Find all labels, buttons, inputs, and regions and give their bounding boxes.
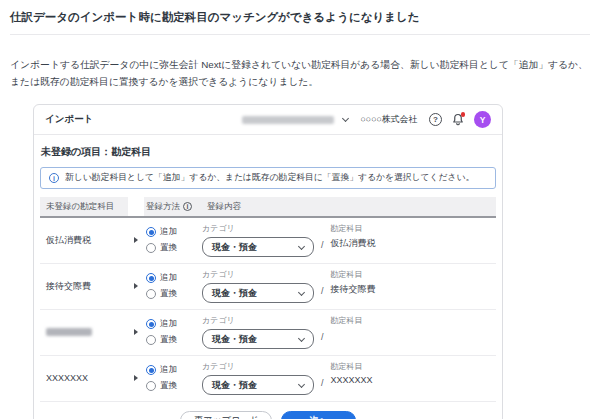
help-icon[interactable]: ?: [429, 113, 442, 126]
account-value: XXXXXXX: [331, 375, 373, 385]
arrow-right-icon: [134, 237, 138, 243]
notification-dot: [461, 112, 466, 117]
radio-label-replace: 置換: [160, 380, 177, 392]
category-select-value: 現金・預金: [212, 333, 257, 346]
notification-bell-icon[interactable]: [452, 113, 464, 126]
intro-paragraph: インポートする仕訳データの中に弥生会計 Nextに登録されていない勘定科目がある…: [10, 56, 590, 90]
import-screen-window: インポート ○○○○株式会社 ? Y 未登録の項目：勘定科目 i 新しい勘定科目…: [33, 104, 503, 419]
radio-option-replace[interactable]: 置換: [146, 380, 202, 392]
radio-selected-icon: [146, 273, 156, 283]
next-button[interactable]: 次へ: [281, 411, 355, 419]
intro-line-1: インポートする仕訳データの中に弥生会計 Nextに登録されていない勘定科目がある…: [10, 56, 590, 73]
radio-label-add: 追加: [160, 364, 177, 376]
title-divider: [10, 34, 590, 35]
chevron-down-icon: [298, 243, 305, 250]
table-row: 仮払消費税 追加 置換 カテゴリ 現金・預金 /: [40, 218, 496, 264]
account-label: 勘定科目: [331, 315, 363, 326]
chevron-down-icon: [298, 289, 305, 296]
chevron-down-icon: [298, 381, 305, 388]
radio-option-replace[interactable]: 置換: [146, 242, 202, 254]
reupload-button[interactable]: 再アップロード: [180, 411, 272, 419]
radio-selected-icon: [146, 365, 156, 375]
info-banner-text: 新しい勘定科目として「追加」するか、または既存の勘定科目に「置換」するかを選択し…: [65, 172, 474, 184]
table-row: 追加 置換 カテゴリ 現金・預金 / 勘定科目: [40, 310, 496, 356]
column-header-group: 登録方法 i 登録内容: [144, 197, 496, 216]
radio-label-add: 追加: [160, 272, 177, 284]
masked-fiscal-period-text: [242, 116, 334, 124]
radio-label-replace: 置換: [160, 288, 177, 300]
radio-option-add[interactable]: 追加: [146, 364, 202, 376]
radio-unselected-icon: [146, 335, 156, 345]
fiscal-period-selector[interactable]: [242, 116, 348, 124]
radio-label-replace: 置換: [160, 334, 177, 346]
button-row: 再アップロード 次へ: [40, 411, 496, 419]
slash-separator: /: [321, 332, 324, 342]
method-help-icon[interactable]: i: [183, 202, 192, 211]
arrow-right-icon: [134, 329, 138, 335]
radio-option-replace[interactable]: 置換: [146, 288, 202, 300]
radio-unselected-icon: [146, 289, 156, 299]
radio-label-add: 追加: [160, 318, 177, 330]
radio-selected-icon: [146, 227, 156, 237]
page-title: 仕訳データのインポート時に勘定科目のマッチングができるようになりました: [0, 0, 600, 34]
chevron-down-icon: [298, 335, 305, 342]
column-header-spacer: [128, 197, 144, 216]
account-label: 勘定科目: [331, 269, 376, 280]
radio-unselected-icon: [146, 381, 156, 391]
intro-line-2: または既存の勘定科目に置換するかを選択できるようになりました。: [10, 73, 590, 90]
account-value: 接待交際費: [331, 283, 376, 296]
info-banner: i 新しい勘定科目として「追加」するか、または既存の勘定科目に「置換」するかを選…: [40, 167, 496, 189]
table-row: XXXXXXX 追加 置換 カテゴリ 現金・預金 /: [40, 356, 496, 402]
arrow-right-icon: [134, 283, 138, 289]
unregistered-account-name: [40, 315, 128, 349]
radio-label-replace: 置換: [160, 242, 177, 254]
radio-selected-icon: [146, 319, 156, 329]
category-select[interactable]: 現金・預金: [202, 237, 314, 257]
app-header-title: インポート: [45, 113, 93, 126]
slash-separator: /: [321, 240, 324, 250]
section-title: 未登録の項目：勘定科目: [41, 145, 496, 159]
table-row: 接待交際費 追加 置換 カテゴリ 現金・預金 /: [40, 264, 496, 310]
user-avatar[interactable]: Y: [474, 111, 491, 128]
unregistered-account-name: XXXXXXX: [40, 361, 128, 395]
radio-option-add[interactable]: 追加: [146, 226, 202, 238]
company-name: ○○○○株式会社: [361, 114, 417, 126]
category-select[interactable]: 現金・預金: [202, 329, 314, 349]
account-value: 仮払消費税: [331, 237, 376, 250]
column-header-content: 登録内容: [207, 201, 241, 213]
radio-unselected-icon: [146, 243, 156, 253]
app-header: インポート ○○○○株式会社 ? Y: [34, 105, 502, 135]
info-icon: i: [49, 173, 59, 183]
slash-separator: /: [321, 286, 324, 296]
category-select-value: 現金・預金: [212, 379, 257, 392]
category-label: カテゴリ: [202, 269, 314, 280]
column-header-unregistered: 未登録の勘定科目: [40, 197, 128, 216]
radio-option-add[interactable]: 追加: [146, 318, 202, 330]
row-expand-arrow[interactable]: [128, 223, 144, 257]
account-label: 勘定科目: [331, 361, 373, 372]
category-select[interactable]: 現金・預金: [202, 283, 314, 303]
category-select-value: 現金・預金: [212, 241, 257, 254]
category-label: カテゴリ: [202, 361, 314, 372]
category-label: カテゴリ: [202, 315, 314, 326]
arrow-right-icon: [134, 375, 138, 381]
unregistered-account-name: 接待交際費: [40, 269, 128, 303]
masked-text: [46, 328, 92, 336]
unregistered-account-name: 仮払消費税: [40, 223, 128, 257]
category-label: カテゴリ: [202, 223, 314, 234]
row-expand-arrow[interactable]: [128, 315, 144, 349]
chevron-down-icon: [342, 115, 349, 122]
app-content: 未登録の項目：勘定科目 i 新しい勘定科目として「追加」するか、または既存の勘定…: [34, 135, 502, 419]
table-header-row: 未登録の勘定科目 登録方法 i 登録内容: [40, 197, 496, 218]
radio-option-replace[interactable]: 置換: [146, 334, 202, 346]
account-label: 勘定科目: [331, 223, 376, 234]
radio-option-add[interactable]: 追加: [146, 272, 202, 284]
row-expand-arrow[interactable]: [128, 361, 144, 395]
category-select-value: 現金・預金: [212, 287, 257, 300]
row-expand-arrow[interactable]: [128, 269, 144, 303]
radio-label-add: 追加: [160, 226, 177, 238]
column-header-method: 登録方法: [146, 201, 180, 213]
slash-separator: /: [321, 378, 324, 388]
category-select[interactable]: 現金・預金: [202, 375, 314, 395]
account-matching-table: 未登録の勘定科目 登録方法 i 登録内容 仮払消費税 追加 置換: [40, 197, 496, 402]
